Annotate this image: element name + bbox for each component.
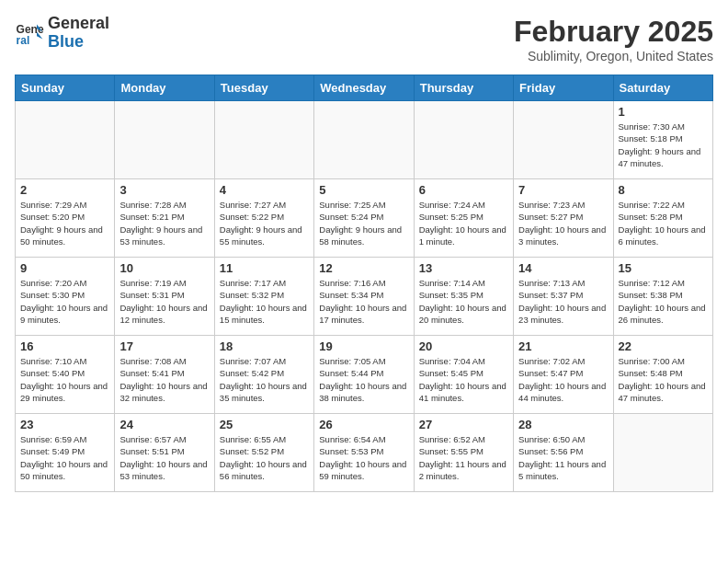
day-info: Sunrise: 7:00 AM Sunset: 5:48 PM Dayligh… xyxy=(619,355,708,404)
day-number: 11 xyxy=(220,261,309,275)
weekday-header-thursday: Thursday xyxy=(414,75,513,101)
day-number: 6 xyxy=(419,183,508,197)
calendar-body: 1Sunrise: 7:30 AM Sunset: 5:18 PM Daylig… xyxy=(16,101,713,492)
day-number: 13 xyxy=(419,261,508,275)
day-number: 9 xyxy=(20,261,109,275)
calendar-cell: 13Sunrise: 7:14 AM Sunset: 5:35 PM Dayli… xyxy=(414,258,513,336)
weekday-header-friday: Friday xyxy=(514,75,613,101)
day-info: Sunrise: 7:27 AM Sunset: 5:22 PM Dayligh… xyxy=(220,199,309,247)
day-number: 14 xyxy=(518,261,608,275)
weekday-header-row: SundayMondayTuesdayWednesdayThursdayFrid… xyxy=(16,75,713,101)
calendar-cell: 22Sunrise: 7:00 AM Sunset: 5:48 PM Dayli… xyxy=(613,336,712,414)
day-info: Sunrise: 7:16 AM Sunset: 5:34 PM Dayligh… xyxy=(319,277,408,326)
calendar-cell: 20Sunrise: 7:04 AM Sunset: 5:45 PM Dayli… xyxy=(414,336,513,414)
calendar-cell: 17Sunrise: 7:08 AM Sunset: 5:41 PM Dayli… xyxy=(115,336,214,414)
calendar-cell: 11Sunrise: 7:17 AM Sunset: 5:32 PM Dayli… xyxy=(214,258,313,336)
day-info: Sunrise: 7:19 AM Sunset: 5:31 PM Dayligh… xyxy=(119,277,209,326)
day-info: Sunrise: 7:07 AM Sunset: 5:42 PM Dayligh… xyxy=(220,355,309,404)
day-number: 3 xyxy=(119,183,209,197)
calendar-cell: 1Sunrise: 7:30 AM Sunset: 5:18 PM Daylig… xyxy=(613,101,712,179)
day-number: 22 xyxy=(619,339,708,353)
calendar-table: SundayMondayTuesdayWednesdayThursdayFrid… xyxy=(15,75,713,492)
calendar-cell: 26Sunrise: 6:54 AM Sunset: 5:53 PM Dayli… xyxy=(314,414,414,492)
calendar-cell: 14Sunrise: 7:13 AM Sunset: 5:37 PM Dayli… xyxy=(514,258,613,336)
day-info: Sunrise: 6:59 AM Sunset: 5:49 PM Dayligh… xyxy=(20,433,109,482)
weekday-header-monday: Monday xyxy=(115,75,214,101)
calendar-cell: 7Sunrise: 7:23 AM Sunset: 5:27 PM Daylig… xyxy=(514,179,613,258)
title-block: February 2025 Sublimity, Oregon, United … xyxy=(514,15,713,63)
day-number: 15 xyxy=(619,261,708,275)
calendar-header: SundayMondayTuesdayWednesdayThursdayFrid… xyxy=(16,75,713,101)
day-number: 1 xyxy=(619,105,708,119)
day-number: 7 xyxy=(518,183,608,197)
day-number: 8 xyxy=(619,183,708,197)
calendar-cell: 27Sunrise: 6:52 AM Sunset: 5:55 PM Dayli… xyxy=(414,414,513,492)
calendar-week-2: 2Sunrise: 7:29 AM Sunset: 5:20 PM Daylig… xyxy=(16,179,713,258)
day-info: Sunrise: 7:02 AM Sunset: 5:47 PM Dayligh… xyxy=(518,355,608,404)
calendar-cell xyxy=(214,101,313,179)
calendar-cell: 5Sunrise: 7:25 AM Sunset: 5:24 PM Daylig… xyxy=(314,179,414,258)
calendar-cell: 12Sunrise: 7:16 AM Sunset: 5:34 PM Dayli… xyxy=(314,258,414,336)
logo-icon: Gene ral xyxy=(15,18,44,48)
calendar-week-1: 1Sunrise: 7:30 AM Sunset: 5:18 PM Daylig… xyxy=(16,101,713,179)
weekday-header-tuesday: Tuesday xyxy=(214,75,313,101)
weekday-header-saturday: Saturday xyxy=(613,75,712,101)
day-number: 10 xyxy=(119,261,209,275)
day-number: 2 xyxy=(20,183,109,197)
calendar-cell xyxy=(16,101,115,179)
day-info: Sunrise: 6:55 AM Sunset: 5:52 PM Dayligh… xyxy=(220,433,309,482)
day-info: Sunrise: 7:05 AM Sunset: 5:44 PM Dayligh… xyxy=(319,355,408,404)
calendar-cell xyxy=(115,101,214,179)
calendar-cell: 19Sunrise: 7:05 AM Sunset: 5:44 PM Dayli… xyxy=(314,336,414,414)
day-info: Sunrise: 6:57 AM Sunset: 5:51 PM Dayligh… xyxy=(119,433,209,482)
calendar-cell: 15Sunrise: 7:12 AM Sunset: 5:38 PM Dayli… xyxy=(613,258,712,336)
day-info: Sunrise: 7:13 AM Sunset: 5:37 PM Dayligh… xyxy=(518,277,608,326)
day-info: Sunrise: 7:08 AM Sunset: 5:41 PM Dayligh… xyxy=(119,355,209,404)
calendar-cell: 21Sunrise: 7:02 AM Sunset: 5:47 PM Dayli… xyxy=(514,336,613,414)
calendar-cell: 28Sunrise: 6:50 AM Sunset: 5:56 PM Dayli… xyxy=(514,414,613,492)
svg-text:ral: ral xyxy=(17,34,30,47)
day-info: Sunrise: 7:28 AM Sunset: 5:21 PM Dayligh… xyxy=(119,199,209,247)
calendar-cell: 10Sunrise: 7:19 AM Sunset: 5:31 PM Dayli… xyxy=(115,258,214,336)
day-number: 20 xyxy=(419,339,508,353)
day-number: 17 xyxy=(119,339,209,353)
day-number: 26 xyxy=(319,418,408,431)
location-subtitle: Sublimity, Oregon, United States xyxy=(514,49,713,63)
day-info: Sunrise: 6:50 AM Sunset: 5:56 PM Dayligh… xyxy=(518,433,608,482)
calendar-cell xyxy=(414,101,513,179)
day-number: 19 xyxy=(319,339,408,353)
calendar-cell: 16Sunrise: 7:10 AM Sunset: 5:40 PM Dayli… xyxy=(16,336,115,414)
day-number: 4 xyxy=(220,183,309,197)
calendar-cell: 24Sunrise: 6:57 AM Sunset: 5:51 PM Dayli… xyxy=(115,414,214,492)
day-number: 12 xyxy=(319,261,408,275)
day-number: 16 xyxy=(20,339,109,353)
day-number: 21 xyxy=(518,339,608,353)
day-info: Sunrise: 7:29 AM Sunset: 5:20 PM Dayligh… xyxy=(20,199,109,247)
calendar-cell: 3Sunrise: 7:28 AM Sunset: 5:21 PM Daylig… xyxy=(115,179,214,258)
calendar-cell xyxy=(314,101,414,179)
day-info: Sunrise: 7:23 AM Sunset: 5:27 PM Dayligh… xyxy=(518,199,608,247)
day-info: Sunrise: 7:20 AM Sunset: 5:30 PM Dayligh… xyxy=(20,277,109,326)
month-title: February 2025 xyxy=(514,15,713,49)
calendar-week-5: 23Sunrise: 6:59 AM Sunset: 5:49 PM Dayli… xyxy=(16,414,713,492)
day-info: Sunrise: 7:25 AM Sunset: 5:24 PM Dayligh… xyxy=(319,199,408,247)
day-info: Sunrise: 7:14 AM Sunset: 5:35 PM Dayligh… xyxy=(419,277,508,326)
day-number: 27 xyxy=(419,418,508,431)
calendar-cell: 23Sunrise: 6:59 AM Sunset: 5:49 PM Dayli… xyxy=(16,414,115,492)
logo-blue: Blue xyxy=(48,32,84,51)
weekday-header-sunday: Sunday xyxy=(16,75,115,101)
calendar-cell: 18Sunrise: 7:07 AM Sunset: 5:42 PM Dayli… xyxy=(214,336,313,414)
day-info: Sunrise: 7:17 AM Sunset: 5:32 PM Dayligh… xyxy=(220,277,309,326)
day-number: 23 xyxy=(20,418,109,431)
day-number: 5 xyxy=(319,183,408,197)
calendar-cell: 6Sunrise: 7:24 AM Sunset: 5:25 PM Daylig… xyxy=(414,179,513,258)
calendar-cell: 9Sunrise: 7:20 AM Sunset: 5:30 PM Daylig… xyxy=(16,258,115,336)
day-number: 24 xyxy=(119,418,209,431)
calendar-week-3: 9Sunrise: 7:20 AM Sunset: 5:30 PM Daylig… xyxy=(16,258,713,336)
day-info: Sunrise: 7:10 AM Sunset: 5:40 PM Dayligh… xyxy=(20,355,109,404)
day-number: 25 xyxy=(220,418,309,431)
calendar-cell xyxy=(514,101,613,179)
day-info: Sunrise: 7:12 AM Sunset: 5:38 PM Dayligh… xyxy=(619,277,708,326)
day-info: Sunrise: 6:52 AM Sunset: 5:55 PM Dayligh… xyxy=(419,433,508,482)
calendar-cell xyxy=(613,414,712,492)
